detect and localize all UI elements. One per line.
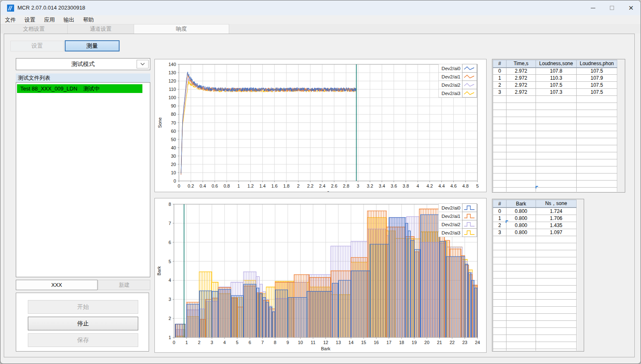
loudness-table-clip: #Time,sLoudness,soneLoudness,phon02.9721… (493, 60, 618, 192)
table-cell: 1.097 (536, 229, 577, 236)
table-row[interactable]: 32.972107.3107.5 (493, 89, 617, 96)
svg-text:0.8: 0.8 (223, 183, 230, 188)
legend-row: Dev2/ai2 (438, 220, 477, 229)
line-sample-icon (462, 81, 477, 89)
test-file-list[interactable]: Test 88_XXX_009_LDN 测试中 (16, 82, 150, 277)
table-cell: 2.972 (506, 89, 536, 96)
menu-bar: 文件设置应用输出帮助 (0, 15, 641, 24)
legend-row: Dev2/ai3 (438, 89, 477, 98)
svg-text:0: 0 (178, 183, 180, 188)
legend-row: Dev2/ai2 (438, 81, 477, 89)
table-cell: 107.5 (536, 82, 577, 89)
tab-settings[interactable]: 设置 (10, 41, 64, 51)
maximize-button[interactable] (602, 0, 621, 15)
column-header: Loudness,phon (577, 60, 617, 68)
svg-text:0.2: 0.2 (188, 183, 194, 188)
menu-item-1[interactable]: 设置 (20, 15, 39, 24)
column-header: Loudness,sone (536, 60, 577, 68)
empty-row (493, 173, 617, 181)
legend-row: Dev2/ai0 (438, 203, 477, 212)
test-mode-select[interactable]: 测试模式 (16, 58, 150, 70)
legend-label: Dev2/ai0 (438, 64, 462, 73)
svg-text:5: 5 (169, 259, 171, 264)
table-cell: 110.3 (536, 75, 577, 82)
svg-text:22: 22 (450, 340, 455, 345)
svg-text:5: 5 (476, 183, 479, 188)
column-header: # (493, 200, 506, 208)
file-status-gap (77, 86, 83, 92)
svg-text:20: 20 (424, 340, 429, 345)
table-row[interactable]: 02.972107.8107.5 (493, 68, 617, 75)
svg-text:3: 3 (169, 297, 171, 302)
test-mode-value: 测试模式 (71, 61, 95, 68)
empty-row (493, 96, 617, 103)
menu-item-4[interactable]: 帮助 (79, 15, 98, 24)
legend-row: Dev2/ai1 (438, 212, 477, 220)
empty-row (493, 299, 577, 306)
empty-row (493, 138, 617, 145)
table-cell: 1.435 (536, 222, 577, 229)
stop-button[interactable]: 停止 (28, 317, 138, 330)
table-row[interactable]: 00.8001.724 (493, 208, 577, 215)
table-row[interactable]: 30.8001.097 (493, 229, 577, 236)
svg-text:24: 24 (475, 340, 480, 345)
svg-text:140: 140 (169, 62, 176, 67)
minimize-button[interactable] (583, 0, 602, 15)
empty-row (493, 188, 617, 192)
file-status: 测试中 (83, 86, 100, 92)
svg-text:4.6: 4.6 (450, 183, 457, 188)
main-tab-2[interactable]: 响度 (134, 24, 229, 34)
file-list-header: 测试文件列表 (16, 73, 150, 82)
svg-text:2: 2 (198, 340, 201, 345)
svg-text:4.4: 4.4 (438, 183, 445, 188)
legend-label: Dev2/ai3 (438, 89, 462, 98)
bar-sample-icon (462, 203, 477, 212)
column-header: Time,s (506, 60, 536, 68)
table-cell: 107.3 (536, 89, 577, 96)
close-button[interactable]: × (621, 0, 641, 15)
svg-text:50: 50 (171, 137, 176, 142)
svg-text:0: 0 (173, 340, 175, 345)
menu-item-3[interactable]: 输出 (59, 15, 78, 24)
menu-item-0[interactable]: 文件 (1, 15, 20, 24)
svg-text:3.8: 3.8 (403, 183, 409, 188)
column-header: Ns，sone (536, 200, 577, 208)
svg-text:20: 20 (171, 162, 176, 167)
bar-sample-icon (462, 220, 477, 229)
empty-row (493, 271, 577, 278)
svg-text:130: 130 (169, 70, 176, 75)
svg-text:16: 16 (374, 340, 379, 345)
menu-item-2[interactable]: 应用 (40, 15, 59, 24)
chevron-down-icon (137, 60, 149, 68)
svg-text:2.8: 2.8 (343, 183, 349, 188)
svg-text:3: 3 (357, 183, 359, 188)
loudness-table-panel: #Time,sLoudness,soneLoudness,phon02.9721… (492, 59, 625, 193)
table-cell: 2 (493, 82, 506, 89)
svg-text:0: 0 (174, 178, 176, 183)
main-tab-1[interactable]: 通道设置 (68, 24, 134, 34)
new-button[interactable]: 新建 (98, 280, 150, 290)
svg-text:9: 9 (286, 340, 289, 345)
list-item-test-file[interactable]: Test 88_XXX_009_LDN 测试中 (17, 84, 142, 93)
save-button[interactable]: 保存 (28, 333, 138, 347)
line-sample-icon (462, 64, 477, 73)
svg-text:Sone: Sone (157, 117, 162, 128)
table-row[interactable]: 12.972110.3107.9 (493, 75, 617, 82)
table-row[interactable]: 22.972107.5107.5 (493, 82, 617, 89)
table-cell: 3 (493, 89, 506, 96)
xxx-button[interactable]: XXX (16, 280, 98, 290)
table-cell: 107.9 (577, 75, 617, 82)
svg-text:0.6: 0.6 (212, 183, 218, 188)
svg-text:2.2: 2.2 (307, 183, 313, 188)
table-cell: 2.972 (506, 82, 536, 89)
bar-sample-icon (462, 212, 477, 220)
legend-row: Dev2/ai3 (438, 228, 477, 237)
empty-row (493, 342, 577, 349)
start-button[interactable]: 开始 (28, 300, 138, 314)
minimize-icon (591, 8, 595, 8)
svg-text:8: 8 (274, 340, 276, 345)
legend-row: Dev2/ai1 (438, 72, 477, 81)
tab-measure[interactable]: 测量 (65, 40, 120, 51)
svg-text:4: 4 (223, 340, 226, 345)
main-tab-0[interactable]: 文档设置 (0, 24, 68, 34)
